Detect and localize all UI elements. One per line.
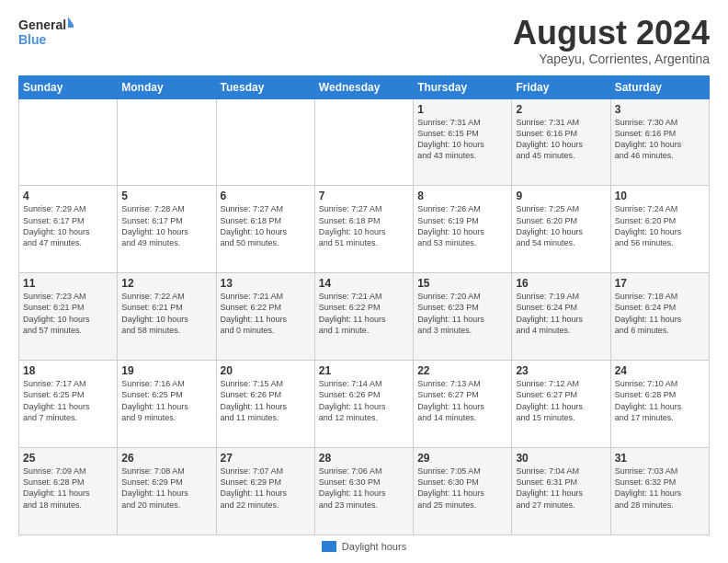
day-number: 28 [319, 452, 409, 465]
day-number: 24 [615, 364, 705, 377]
calendar-week-row: 18Sunrise: 7:17 AM Sunset: 6:25 PM Dayli… [19, 361, 710, 448]
day-info: Sunrise: 7:24 AM Sunset: 6:20 PM Dayligh… [615, 203, 705, 248]
day-info: Sunrise: 7:19 AM Sunset: 6:24 PM Dayligh… [516, 291, 606, 336]
col-tuesday: Tuesday [216, 75, 314, 98]
day-info: Sunrise: 7:18 AM Sunset: 6:24 PM Dayligh… [615, 291, 705, 336]
day-number: 13 [221, 277, 311, 290]
table-row: 24Sunrise: 7:10 AM Sunset: 6:28 PM Dayli… [610, 361, 709, 448]
day-number: 23 [516, 364, 606, 377]
calendar-week-row: 25Sunrise: 7:09 AM Sunset: 6:28 PM Dayli… [19, 448, 710, 535]
day-info: Sunrise: 7:13 AM Sunset: 6:27 PM Dayligh… [417, 378, 507, 423]
calendar-week-row: 11Sunrise: 7:23 AM Sunset: 6:21 PM Dayli… [19, 273, 710, 361]
subtitle: Yapeyu, Corrientes, Argentina [513, 52, 710, 66]
header: General Blue August 2024 Yapeyu, Corrien… [18, 15, 710, 66]
table-row: 29Sunrise: 7:05 AM Sunset: 6:30 PM Dayli… [414, 448, 512, 535]
day-number: 21 [319, 364, 409, 377]
table-row: 15Sunrise: 7:20 AM Sunset: 6:23 PM Dayli… [414, 273, 512, 361]
table-row: 9Sunrise: 7:25 AM Sunset: 6:20 PM Daylig… [512, 186, 610, 273]
day-info: Sunrise: 7:10 AM Sunset: 6:28 PM Dayligh… [615, 378, 705, 423]
day-info: Sunrise: 7:26 AM Sunset: 6:19 PM Dayligh… [417, 203, 507, 248]
day-info: Sunrise: 7:21 AM Sunset: 6:22 PM Dayligh… [319, 291, 409, 336]
col-sunday: Sunday [19, 75, 118, 98]
day-info: Sunrise: 7:21 AM Sunset: 6:22 PM Dayligh… [221, 291, 311, 336]
table-row: 26Sunrise: 7:08 AM Sunset: 6:29 PM Dayli… [118, 448, 216, 535]
day-info: Sunrise: 7:05 AM Sunset: 6:30 PM Dayligh… [417, 465, 507, 511]
day-info: Sunrise: 7:09 AM Sunset: 6:28 PM Dayligh… [23, 465, 113, 511]
day-info: Sunrise: 7:28 AM Sunset: 6:17 PM Dayligh… [121, 203, 211, 248]
day-number: 15 [417, 277, 507, 290]
table-row: 19Sunrise: 7:16 AM Sunset: 6:25 PM Dayli… [118, 361, 216, 448]
day-number: 29 [417, 452, 507, 465]
day-info: Sunrise: 7:06 AM Sunset: 6:30 PM Dayligh… [319, 465, 409, 511]
day-number: 31 [615, 452, 705, 465]
legend-color-box [322, 541, 336, 552]
table-row: 28Sunrise: 7:06 AM Sunset: 6:30 PM Dayli… [314, 448, 413, 535]
table-row: 21Sunrise: 7:14 AM Sunset: 6:26 PM Dayli… [314, 361, 413, 448]
day-number: 22 [417, 364, 507, 377]
table-row: 8Sunrise: 7:26 AM Sunset: 6:19 PM Daylig… [414, 186, 512, 273]
col-saturday: Saturday [610, 75, 709, 98]
day-number: 1 [417, 103, 507, 116]
col-thursday: Thursday [414, 75, 512, 98]
day-info: Sunrise: 7:20 AM Sunset: 6:23 PM Dayligh… [417, 291, 507, 336]
table-row: 16Sunrise: 7:19 AM Sunset: 6:24 PM Dayli… [512, 273, 610, 361]
day-number: 26 [121, 452, 211, 465]
col-monday: Monday [118, 75, 216, 98]
logo-svg: General Blue [18, 15, 74, 50]
table-row: 11Sunrise: 7:23 AM Sunset: 6:21 PM Dayli… [19, 273, 118, 361]
table-row: 2Sunrise: 7:31 AM Sunset: 6:16 PM Daylig… [512, 98, 610, 186]
day-info: Sunrise: 7:12 AM Sunset: 6:27 PM Dayligh… [516, 378, 606, 423]
day-number: 2 [516, 103, 606, 116]
day-number: 9 [516, 190, 606, 202]
day-info: Sunrise: 7:23 AM Sunset: 6:21 PM Dayligh… [23, 291, 113, 336]
day-info: Sunrise: 7:03 AM Sunset: 6:32 PM Dayligh… [615, 465, 705, 511]
table-row [19, 98, 118, 186]
table-row: 1Sunrise: 7:31 AM Sunset: 6:15 PM Daylig… [414, 98, 512, 186]
calendar-week-row: 4Sunrise: 7:29 AM Sunset: 6:17 PM Daylig… [19, 186, 710, 273]
day-number: 8 [417, 190, 507, 202]
day-number: 7 [319, 190, 409, 202]
day-number: 12 [121, 277, 211, 290]
col-friday: Friday [512, 75, 610, 98]
legend-label: Daylight hours [342, 541, 406, 552]
month-title: August 2024 [513, 15, 710, 52]
day-info: Sunrise: 7:27 AM Sunset: 6:18 PM Dayligh… [221, 203, 311, 248]
table-row: 25Sunrise: 7:09 AM Sunset: 6:28 PM Dayli… [19, 448, 118, 535]
day-number: 5 [121, 190, 211, 202]
title-block: August 2024 Yapeyu, Corrientes, Argentin… [513, 15, 710, 66]
day-number: 3 [615, 103, 705, 116]
table-row: 18Sunrise: 7:17 AM Sunset: 6:25 PM Dayli… [19, 361, 118, 448]
day-number: 14 [319, 277, 409, 290]
table-row: 23Sunrise: 7:12 AM Sunset: 6:27 PM Dayli… [512, 361, 610, 448]
day-number: 18 [23, 364, 113, 377]
day-info: Sunrise: 7:27 AM Sunset: 6:18 PM Dayligh… [319, 203, 409, 248]
logo: General Blue [18, 15, 74, 50]
calendar-header-row: Sunday Monday Tuesday Wednesday Thursday… [19, 75, 710, 98]
table-row [118, 98, 216, 186]
day-info: Sunrise: 7:04 AM Sunset: 6:31 PM Dayligh… [516, 465, 606, 511]
table-row: 12Sunrise: 7:22 AM Sunset: 6:21 PM Dayli… [118, 273, 216, 361]
svg-text:Blue: Blue [18, 32, 47, 47]
day-number: 17 [615, 277, 705, 290]
day-info: Sunrise: 7:31 AM Sunset: 6:15 PM Dayligh… [417, 117, 507, 162]
day-number: 19 [121, 364, 211, 377]
table-row: 3Sunrise: 7:30 AM Sunset: 6:16 PM Daylig… [610, 98, 709, 186]
day-number: 10 [615, 190, 705, 202]
table-row: 10Sunrise: 7:24 AM Sunset: 6:20 PM Dayli… [610, 186, 709, 273]
svg-marker-2 [68, 17, 74, 28]
day-info: Sunrise: 7:17 AM Sunset: 6:25 PM Dayligh… [23, 378, 113, 423]
day-info: Sunrise: 7:29 AM Sunset: 6:17 PM Dayligh… [23, 203, 113, 248]
table-row [314, 98, 413, 186]
day-info: Sunrise: 7:16 AM Sunset: 6:25 PM Dayligh… [121, 378, 211, 423]
day-info: Sunrise: 7:07 AM Sunset: 6:29 PM Dayligh… [221, 465, 311, 511]
table-row: 4Sunrise: 7:29 AM Sunset: 6:17 PM Daylig… [19, 186, 118, 273]
day-info: Sunrise: 7:14 AM Sunset: 6:26 PM Dayligh… [319, 378, 409, 423]
calendar-table: Sunday Monday Tuesday Wednesday Thursday… [18, 75, 710, 535]
table-row: 6Sunrise: 7:27 AM Sunset: 6:18 PM Daylig… [216, 186, 314, 273]
page: General Blue August 2024 Yapeyu, Corrien… [0, 0, 728, 563]
day-number: 4 [23, 190, 113, 202]
day-number: 27 [221, 452, 311, 465]
table-row: 17Sunrise: 7:18 AM Sunset: 6:24 PM Dayli… [610, 273, 709, 361]
table-row: 20Sunrise: 7:15 AM Sunset: 6:26 PM Dayli… [216, 361, 314, 448]
day-info: Sunrise: 7:31 AM Sunset: 6:16 PM Dayligh… [516, 117, 606, 162]
